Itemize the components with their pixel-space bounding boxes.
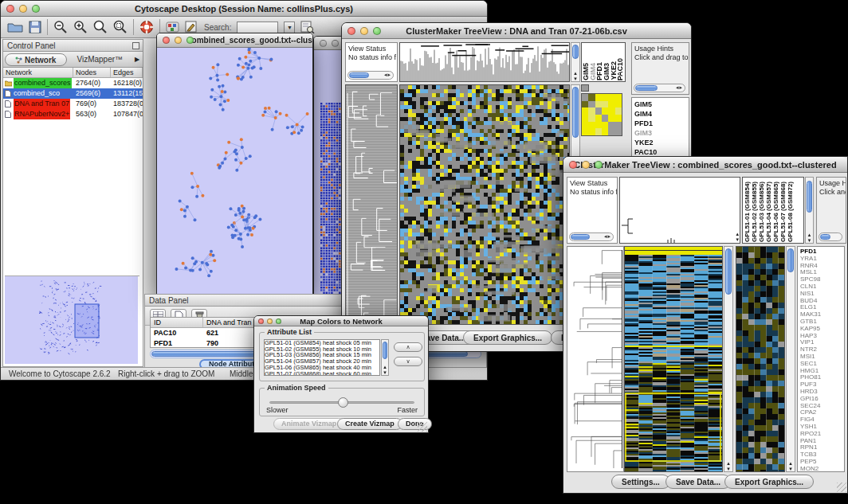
footer-button[interactable]: Export Graphics...	[463, 330, 552, 345]
zoom-out-icon[interactable]	[53, 20, 68, 34]
summary-cell	[588, 107, 595, 115]
slider-thumb[interactable]	[338, 397, 348, 408]
summary-cell	[608, 107, 614, 115]
network-table-header: Network Nodes Edges	[3, 68, 143, 78]
summary-cell	[602, 107, 608, 115]
minimize-icon[interactable]	[19, 5, 27, 13]
column-label: GPL51-08 (GSM872)	[787, 182, 794, 242]
zoom-window-icon[interactable]	[276, 318, 281, 324]
attribute-list[interactable]: GPL51-01 (GSM854) heat shock 05 minGPL51…	[264, 339, 380, 376]
col-nodes[interactable]: Nodes	[73, 68, 111, 77]
attribute-browser-icon[interactable]	[300, 21, 315, 33]
tv1-row-dendrogram[interactable]	[345, 84, 398, 325]
resize-grip[interactable]	[837, 483, 846, 492]
net-window1-title-bar[interactable]: combined_scores_good.txt--cluste...	[157, 33, 312, 48]
minimize-icon[interactable]	[267, 318, 273, 324]
network-edge-count: 183728(0)	[111, 99, 143, 109]
close-icon[interactable]	[347, 27, 355, 35]
zoom-window-icon[interactable]	[32, 5, 40, 13]
tv1-global-heatmap[interactable]	[581, 93, 622, 136]
tv2-column-dendrogram[interactable]: ▴▾	[619, 177, 740, 244]
close-icon[interactable]	[258, 318, 264, 324]
summary-cell	[608, 115, 614, 122]
animation-speed-slider[interactable]	[269, 401, 414, 404]
column-label: GPL51-01 (GSM854)	[744, 182, 751, 242]
move-up-button[interactable]: ∧	[394, 342, 422, 352]
dialog-title-bar[interactable]: Map Colors to Network	[254, 316, 428, 326]
zoom-fit-icon[interactable]	[93, 20, 108, 34]
network-row[interactable]: combined_scores2764(0)16218(0)	[3, 78, 143, 88]
tv2-zoom-vscrollbar[interactable]: ▴▾	[786, 246, 795, 472]
tv2-column-labels[interactable]: GPL51-01 (GSM854)GPL51-02 (GSM855)GPL51-…	[742, 177, 804, 244]
folder-icon	[5, 80, 12, 87]
close-icon[interactable]	[163, 37, 170, 44]
main-title-bar[interactable]: Cytoscape Desktop (Session Name: collins…	[1, 1, 487, 17]
resize-grip[interactable]	[418, 422, 427, 432]
tv1-status-hscrollbar[interactable]: ◂▸	[347, 71, 394, 80]
coldendro-arrows[interactable]: ▴▾	[736, 231, 739, 242]
zoom-window-icon[interactable]	[373, 27, 381, 35]
col-network[interactable]: Network	[3, 68, 73, 77]
control-panel-tabs: Network VizMapper™ ▶	[3, 52, 143, 68]
minimize-icon[interactable]	[582, 161, 590, 169]
network-row[interactable]: DNA and Tran 07769(0)183728(0)	[3, 99, 143, 109]
col-edges[interactable]: Edges	[111, 68, 143, 77]
open-file-icon[interactable]	[7, 21, 23, 33]
tv2-status-hscrollbar[interactable]: ◂▸	[569, 232, 614, 241]
zoom-in-icon[interactable]	[73, 20, 88, 34]
network-row[interactable]: combined_sco2569(6)13112(15)	[3, 88, 143, 99]
dialog-button[interactable]: Create Vizmap	[337, 418, 402, 430]
tv2-zoom-heatmap[interactable]	[736, 246, 785, 472]
move-down-button[interactable]: ∨	[394, 357, 422, 366]
footer-button[interactable]: Save Data...	[665, 475, 731, 489]
tv1-coldendro-vscrollbar[interactable]: ▴▾	[571, 42, 580, 82]
tv2-row-dendrogram[interactable]	[567, 246, 624, 472]
file-icon	[5, 90, 12, 97]
minimize-icon[interactable]	[175, 37, 182, 44]
close-icon[interactable]	[320, 40, 327, 47]
tab-overflow-arrow[interactable]: ▶	[132, 56, 143, 63]
search-dropdown-icon[interactable]: ▼	[284, 21, 295, 33]
tv1-column-dendrogram[interactable]	[399, 42, 570, 82]
treeview1-title-bar[interactable]: ClusterMaker TreeView : DNA and Tran 07-…	[342, 23, 691, 39]
tv2-gene-list[interactable]: PFD1YRA1RNR4MSL1SPC98CLN1NIS1BUD4ELG1MAK…	[797, 246, 845, 472]
network-edge-count: 16218(0)	[111, 78, 143, 88]
treeview2-title-bar[interactable]: ClusterMaker TreeView : combined_scores_…	[563, 157, 847, 173]
footer-button[interactable]: Settings...	[611, 475, 670, 489]
vizmapper-icon[interactable]	[166, 21, 179, 33]
attribute-list-vscrollbar[interactable]: ▴▾	[381, 339, 389, 376]
tv1-heatmap[interactable]	[399, 84, 570, 325]
tv2-collabel-vscrollbar[interactable]: ▴▾	[805, 177, 814, 244]
footer-button[interactable]: Export Graphics...	[724, 475, 814, 489]
minimize-icon[interactable]	[360, 27, 368, 35]
summary-cell	[595, 115, 602, 122]
zoom-window-icon[interactable]	[595, 161, 603, 169]
search-input[interactable]	[237, 21, 278, 33]
col-id[interactable]: ID	[151, 318, 203, 327]
network-edge-count: 107847(0)	[111, 109, 143, 119]
minimize-icon[interactable]	[332, 40, 339, 47]
network-canvas-1[interactable]	[157, 48, 312, 295]
save-icon[interactable]	[29, 21, 41, 33]
tv2-heatmap[interactable]	[624, 246, 723, 472]
tv1-column-labels[interactable]: GIM5GIM4PFD1GIM3YKE2PAC10	[581, 42, 626, 82]
treeview2-title: ClusterMaker TreeView : combined_scores_…	[574, 160, 836, 170]
close-icon[interactable]	[569, 161, 577, 169]
window-controls[interactable]	[6, 5, 40, 13]
tab-network[interactable]: Network	[5, 53, 67, 66]
close-icon[interactable]	[6, 5, 14, 13]
annotation-icon[interactable]	[185, 21, 198, 33]
float-panel-icon[interactable]	[132, 42, 139, 49]
tv2-heatmap-vscrollbar[interactable]: ▴▾	[724, 246, 733, 472]
zoom-window-icon[interactable]	[186, 37, 194, 44]
help-lifering-icon[interactable]	[139, 20, 154, 34]
tv2-hints-hscrollbar[interactable]	[819, 232, 842, 241]
summary-cell	[595, 128, 602, 135]
network-row[interactable]: RNAPuberNov2+563(0)107847(0)	[3, 109, 143, 119]
tv1-hints-hscrollbar[interactable]: ◂▸	[634, 84, 685, 92]
network-overview-canvas[interactable]	[5, 276, 138, 364]
network-overview-panel[interactable]	[5, 275, 139, 365]
zoom-selected-icon[interactable]	[113, 20, 128, 34]
tab-vizmapper[interactable]: VizMapper™	[70, 53, 131, 66]
attribute-item[interactable]: GPL51-07 (GSM868) heat shock 60 min	[265, 371, 379, 376]
